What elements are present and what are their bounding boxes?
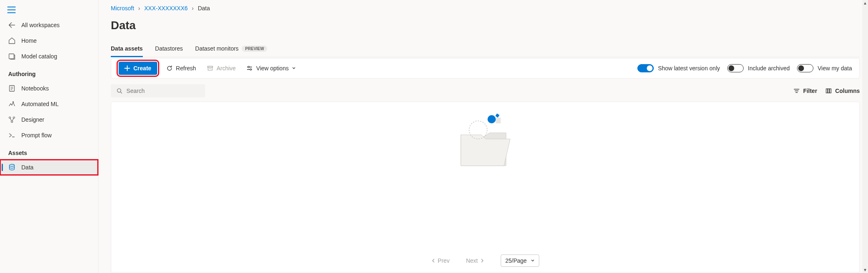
- breadcrumb-workspace[interactable]: XXX-XXXXXXX6: [144, 5, 188, 12]
- svg-point-14: [488, 115, 496, 123]
- toggle-label: Show latest version only: [658, 65, 720, 72]
- svg-rect-6: [208, 66, 213, 67]
- prompt-flow-icon: [8, 132, 16, 139]
- prev-page-button: Prev: [431, 257, 450, 264]
- designer-icon: [8, 116, 16, 123]
- tab-label: Dataset monitors: [195, 45, 239, 52]
- notebook-icon: [8, 85, 16, 92]
- sidebar-notebooks[interactable]: Notebooks: [0, 81, 98, 96]
- automated-ml-icon: [8, 100, 16, 108]
- archive-icon: [207, 65, 213, 72]
- tab-label: Datastores: [155, 45, 183, 52]
- svg-rect-11: [828, 89, 829, 93]
- button-label: Filter: [803, 88, 817, 94]
- search-input[interactable]: [126, 88, 199, 94]
- refresh-icon: [166, 65, 173, 72]
- hamburger-menu[interactable]: [0, 4, 98, 17]
- svg-point-3: [13, 117, 15, 118]
- chevron-left-icon: [431, 258, 435, 263]
- tab-label: Data assets: [111, 45, 143, 52]
- hamburger-icon: [7, 7, 16, 13]
- sidebar-item-label: Home: [21, 37, 37, 44]
- pagination: Prev Next 25/Page: [111, 249, 859, 273]
- page-title: Data: [111, 19, 860, 32]
- home-icon: [8, 37, 16, 44]
- main-scrollbar[interactable]: [862, 0, 868, 273]
- button-label: View options: [256, 65, 289, 72]
- sidebar-prompt-flow[interactable]: Prompt flow: [0, 127, 98, 143]
- filter-button[interactable]: Filter: [793, 88, 817, 94]
- select-label: 25/Page: [505, 257, 527, 264]
- filter-icon: [793, 88, 800, 94]
- page-size-select[interactable]: 25/Page: [501, 254, 539, 267]
- svg-rect-15: [496, 118, 501, 123]
- sidebar-item-label: Data: [21, 164, 34, 171]
- toggle-label: Include archived: [748, 65, 790, 72]
- search-icon: [117, 88, 122, 94]
- tab-dataset-monitors[interactable]: Dataset monitors PREVIEW: [195, 42, 268, 57]
- tabs: Data assets Datastores Dataset monitors …: [111, 42, 860, 57]
- button-label: Prev: [438, 257, 450, 264]
- main-content: Microsoft › XXX-XXXXXXX6 › Data Data Dat…: [98, 0, 868, 273]
- archive-button: Archive: [205, 62, 238, 74]
- chevron-right-icon: ›: [192, 5, 194, 12]
- sidebar-data[interactable]: Data: [0, 160, 98, 175]
- toggle-show-latest[interactable]: Show latest version only: [637, 64, 720, 72]
- tab-datastores[interactable]: Datastores: [155, 42, 183, 57]
- svg-point-8: [250, 69, 252, 70]
- sidebar-automated-ml[interactable]: Automated ML: [0, 96, 98, 112]
- breadcrumb-current: Data: [198, 5, 210, 12]
- next-page-button: Next: [466, 257, 484, 264]
- search-box[interactable]: [111, 84, 205, 97]
- chevron-down-icon: [292, 66, 296, 70]
- svg-point-5: [9, 164, 14, 167]
- content-panel: Prev Next 25/Page: [111, 102, 860, 273]
- toggle-switch[interactable]: [727, 64, 744, 72]
- search-row: Filter Columns: [111, 84, 860, 97]
- sliders-icon: [246, 65, 253, 72]
- sidebar-item-label: Designer: [21, 116, 44, 123]
- breadcrumb-root[interactable]: Microsoft: [111, 5, 134, 12]
- toggle-include-archived[interactable]: Include archived: [727, 64, 790, 72]
- sidebar-model-catalog[interactable]: Model catalog: [0, 49, 98, 64]
- button-label: Refresh: [176, 65, 196, 72]
- svg-rect-12: [830, 89, 831, 93]
- sidebar-home[interactable]: Home: [0, 33, 98, 49]
- preview-badge: PREVIEW: [242, 46, 267, 52]
- toggle-label: View my data: [818, 65, 852, 72]
- columns-button[interactable]: Columns: [825, 88, 860, 94]
- toggle-view-my-data[interactable]: View my data: [797, 64, 852, 72]
- button-label: Archive: [217, 65, 236, 72]
- svg-rect-10: [826, 89, 828, 93]
- chevron-right-icon: ›: [138, 5, 140, 12]
- button-label: Next: [466, 257, 478, 264]
- refresh-button[interactable]: Refresh: [165, 62, 198, 74]
- sidebar: All workspaces Home Model catalog Author…: [0, 0, 98, 273]
- breadcrumb: Microsoft › XXX-XXXXXXX6 › Data: [111, 5, 860, 12]
- sidebar-item-label: Automated ML: [21, 101, 59, 107]
- svg-point-2: [9, 117, 11, 118]
- tab-data-assets[interactable]: Data assets: [111, 42, 143, 57]
- view-options-button[interactable]: View options: [245, 62, 298, 74]
- button-label: Columns: [835, 88, 860, 94]
- chevron-down-icon: [531, 259, 535, 263]
- sidebar-section-authoring: Authoring: [0, 64, 98, 81]
- svg-point-7: [248, 66, 250, 68]
- chevron-right-icon: [480, 258, 484, 263]
- toolbar: Create Refresh Archive View options Show…: [111, 58, 860, 79]
- plus-icon: [124, 65, 130, 71]
- sidebar-section-assets: Assets: [0, 143, 98, 160]
- svg-rect-0: [9, 54, 14, 59]
- columns-icon: [825, 88, 832, 94]
- sidebar-item-label: Notebooks: [21, 85, 49, 92]
- toggle-switch[interactable]: [637, 64, 654, 72]
- sidebar-item-label: Model catalog: [21, 53, 57, 60]
- create-button[interactable]: Create: [119, 62, 157, 75]
- svg-point-4: [11, 121, 13, 123]
- toggle-switch[interactable]: [797, 64, 813, 72]
- empty-state-illustration: [453, 110, 518, 172]
- catalog-icon: [8, 53, 16, 60]
- sidebar-all-workspaces[interactable]: All workspaces: [0, 17, 98, 33]
- sidebar-designer[interactable]: Designer: [0, 112, 98, 127]
- arrow-left-icon: [8, 21, 16, 29]
